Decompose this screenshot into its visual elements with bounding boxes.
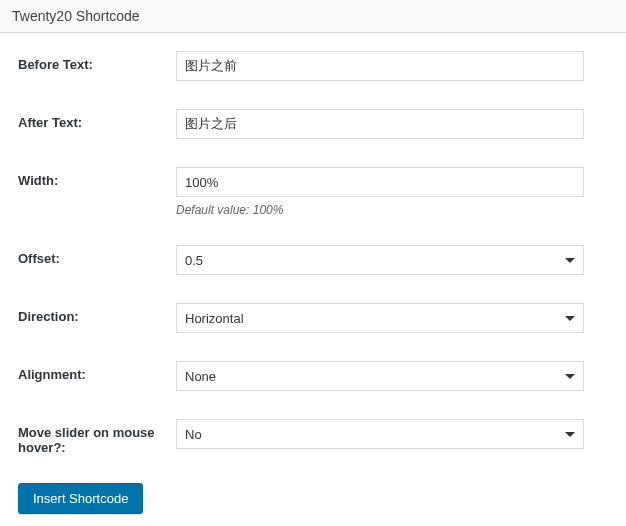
field-hover: Move slider on mouse hover?: No (18, 419, 608, 455)
field-direction: Direction: Horizontal (18, 303, 608, 333)
direction-label: Direction: (18, 303, 176, 324)
offset-label: Offset: (18, 245, 176, 266)
after-text-wrap (176, 109, 584, 139)
alignment-wrap: None (176, 361, 584, 391)
width-wrap: Default value: 100% (176, 167, 584, 217)
after-text-label: After Text: (18, 109, 176, 130)
hover-wrap: No (176, 419, 584, 449)
width-label: Width: (18, 167, 176, 188)
field-alignment: Alignment: None (18, 361, 608, 391)
before-text-input[interactable] (176, 51, 584, 81)
panel-body: Before Text: After Text: Width: Default … (0, 33, 626, 526)
button-row: Insert Shortcode (18, 483, 608, 514)
alignment-label: Alignment: (18, 361, 176, 382)
width-help: Default value: 100% (176, 203, 584, 217)
before-text-wrap (176, 51, 584, 81)
field-after-text: After Text: (18, 109, 608, 139)
after-text-input[interactable] (176, 109, 584, 139)
offset-select[interactable]: 0.5 (176, 245, 584, 275)
offset-wrap: 0.5 (176, 245, 584, 275)
panel-title: Twenty20 Shortcode (0, 0, 626, 33)
alignment-select[interactable]: None (176, 361, 584, 391)
before-text-label: Before Text: (18, 51, 176, 72)
hover-label: Move slider on mouse hover?: (18, 419, 176, 455)
field-width: Width: Default value: 100% (18, 167, 608, 217)
hover-select[interactable]: No (176, 419, 584, 449)
width-input[interactable] (176, 167, 584, 197)
direction-select[interactable]: Horizontal (176, 303, 584, 333)
field-offset: Offset: 0.5 (18, 245, 608, 275)
direction-wrap: Horizontal (176, 303, 584, 333)
insert-shortcode-button[interactable]: Insert Shortcode (18, 483, 143, 514)
field-before-text: Before Text: (18, 51, 608, 81)
